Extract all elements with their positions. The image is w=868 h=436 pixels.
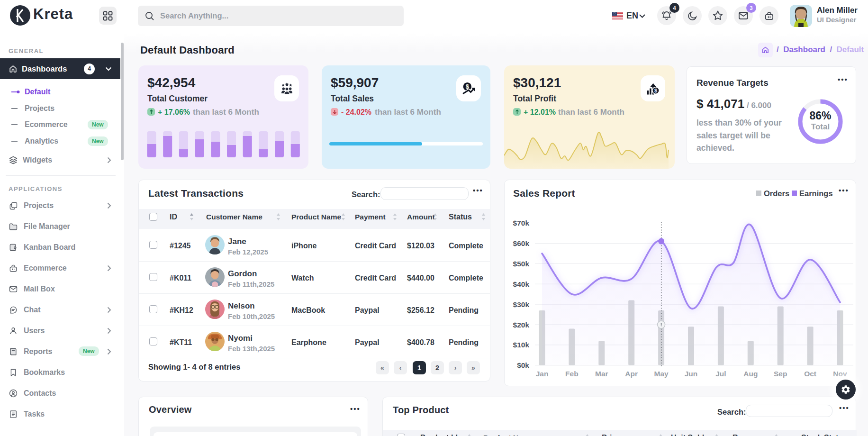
- svg-text:Apr: Apr: [625, 370, 638, 378]
- svg-text:Jan: Jan: [536, 370, 549, 378]
- svg-text:$60k: $60k: [513, 239, 530, 247]
- svg-text:$30k: $30k: [513, 300, 530, 309]
- svg-text:$40k: $40k: [513, 280, 530, 288]
- svg-text:$0k: $0k: [517, 361, 529, 369]
- svg-text:$70k: $70k: [513, 219, 530, 227]
- svg-text:Mar: Mar: [595, 370, 608, 378]
- svg-text:$: $: [654, 88, 657, 93]
- svg-text:Oct: Oct: [804, 370, 816, 378]
- svg-text:$50k: $50k: [513, 260, 530, 268]
- svg-text:Jun: Jun: [685, 370, 698, 378]
- svg-text:Aug: Aug: [743, 370, 758, 378]
- svg-text:Feb: Feb: [565, 370, 579, 378]
- svg-text:Nov: Nov: [833, 370, 847, 378]
- svg-text:Jul: Jul: [715, 370, 726, 378]
- svg-text:$20k: $20k: [513, 321, 530, 329]
- svg-text:$10k: $10k: [513, 341, 530, 349]
- svg-text:May: May: [654, 370, 669, 378]
- svg-text:Sep: Sep: [774, 370, 787, 378]
